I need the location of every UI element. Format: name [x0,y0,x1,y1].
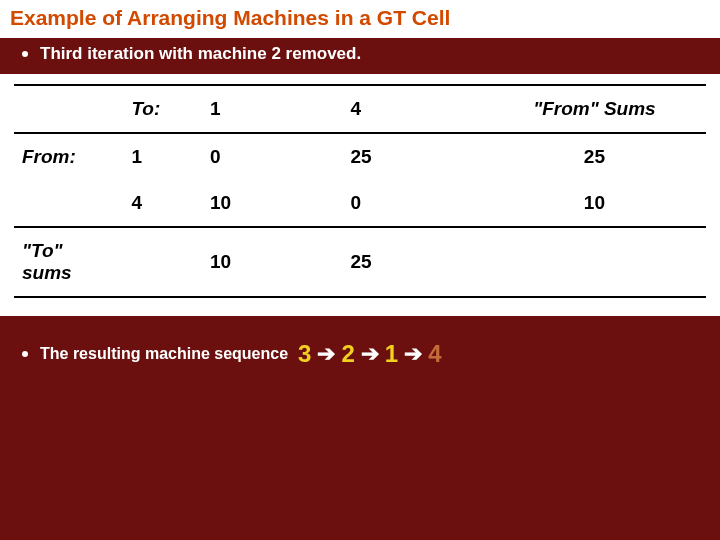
arrow-right-icon: ➔ [404,341,422,367]
arrow-right-icon: ➔ [361,341,379,367]
from-to-table: To: 1 4 "From" Sums From: 1 0 25 25 4 10… [14,84,706,298]
cell-0-1: 25 [342,133,482,180]
table-row: From: 1 0 25 25 [14,133,706,180]
col-header-1: 4 [342,85,482,133]
cell-1-0: 10 [202,180,342,227]
seq-item-1: 2 [341,340,354,368]
row-header-1: 4 [123,180,201,227]
seq-item-3: 4 [428,340,441,368]
table-header-row: To: 1 4 "From" Sums [14,85,706,133]
seq-item-0: 3 [298,340,311,368]
from-label: From: [14,133,123,180]
bullet-iteration-text: Third iteration with machine 2 removed. [40,44,361,64]
to-sums-label: "To" sums [14,227,123,297]
cell-0-0: 0 [202,133,342,180]
bullet-icon [22,51,28,57]
machine-sequence: 3 ➔ 2 ➔ 1 ➔ 4 [298,340,441,368]
arrow-right-icon: ➔ [317,341,335,367]
to-sum-1: 25 [342,227,482,297]
col-header-0: 1 [202,85,342,133]
bullet-iteration: Third iteration with machine 2 removed. [0,38,720,74]
seq-item-2: 1 [385,340,398,368]
bullet-icon [22,351,28,357]
table-row: 4 10 0 10 [14,180,706,227]
from-to-table-container: To: 1 4 "From" Sums From: 1 0 25 25 4 10… [0,74,720,316]
from-sum-1: 10 [483,180,706,227]
from-sums-label: "From" Sums [483,85,706,133]
row-header-0: 1 [123,133,201,180]
slide-title: Example of Arranging Machines in a GT Ce… [0,0,720,38]
to-sum-0: 10 [202,227,342,297]
cell-1-1: 0 [342,180,482,227]
slide: Example of Arranging Machines in a GT Ce… [0,0,720,540]
result-label: The resulting machine sequence [40,345,288,363]
to-label: To: [123,85,201,133]
result-sequence-row: The resulting machine sequence 3 ➔ 2 ➔ 1… [0,316,720,376]
table-to-sums-row: "To" sums 10 25 [14,227,706,297]
from-sum-0: 25 [483,133,706,180]
